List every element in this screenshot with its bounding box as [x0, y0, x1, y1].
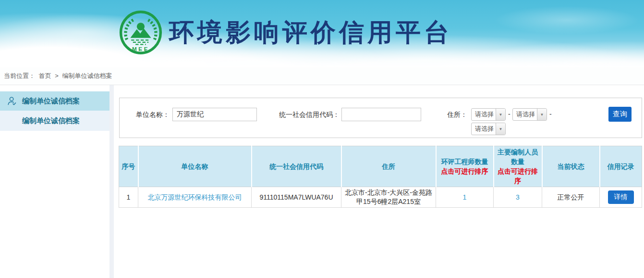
- mee-logo: MEE: [119, 10, 162, 55]
- staff-count-link[interactable]: 3: [516, 193, 520, 201]
- query-button[interactable]: 查询: [608, 107, 632, 122]
- col-staff-count[interactable]: 主要编制人员数量 点击可进行排序: [494, 146, 542, 187]
- sort-hint-engineers[interactable]: 点击可进行排序: [437, 166, 492, 176]
- svg-text:MEE: MEE: [132, 46, 149, 52]
- table-header-row: 序号 单位名称 统一社会信用代码 住所 环评工程师数量 点击可进行排序 主要编制…: [119, 146, 642, 187]
- breadcrumb: 当前位置： 首页 > 编制单位诚信档案: [0, 67, 644, 85]
- unit-name-label: 单位名称：: [126, 108, 170, 121]
- sort-hint-staff[interactable]: 点击可进行排序: [495, 166, 541, 186]
- address-label: 住所：: [433, 108, 467, 121]
- chevron-down-icon[interactable]: ▼: [496, 123, 505, 135]
- sidebar-item-label: 编制单位诚信档案: [22, 97, 80, 106]
- sidebar-item-credit-archive-parent[interactable]: 编制单位诚信档案: [0, 91, 109, 111]
- col-engineer-count-label: 环评工程师数量: [441, 158, 488, 165]
- credit-code-label: 统一社会信用代码：: [262, 108, 340, 121]
- page: MEE 环境影响评价信用平台 当前位置： 首页 > 编制单位诚信档案 编制单位诚…: [0, 0, 644, 278]
- user-check-icon: [7, 96, 17, 106]
- chevron-down-icon[interactable]: ▼: [496, 109, 505, 120]
- province-select[interactable]: 请选择 ▼: [471, 108, 506, 121]
- site-banner: MEE 环境影响评价信用平台: [0, 0, 644, 67]
- city-select-value: 请选择: [513, 109, 537, 120]
- col-company: 单位名称: [138, 146, 252, 187]
- dash-separator: -: [508, 110, 510, 118]
- engineer-count-link[interactable]: 1: [463, 193, 467, 201]
- dash-separator: -: [549, 110, 552, 118]
- cell-credit-code: 91110115MA7LWUA76U: [252, 187, 341, 208]
- district-select-value: 请选择: [472, 123, 496, 135]
- page-title: 环境影响评价信用平台: [169, 17, 452, 47]
- col-credit-record: 信用记录: [600, 146, 642, 187]
- col-staff-count-label: 主要编制人员数量: [498, 148, 538, 165]
- search-panel: 单位名称： 统一社会信用代码： 住所： 请选择 ▼ - 请选择 ▼ - 请选择 …: [119, 98, 642, 138]
- sidebar-item-credit-archive[interactable]: 编制单位诚信档案: [0, 111, 109, 131]
- cell-index: 1: [119, 187, 138, 208]
- city-select[interactable]: 请选择 ▼: [512, 108, 547, 121]
- cell-status: 正常公开: [542, 187, 600, 208]
- breadcrumb-current: 编制单位诚信档案: [62, 72, 112, 79]
- province-select-value: 请选择: [472, 109, 496, 120]
- col-address: 住所: [341, 146, 436, 187]
- credit-code-input[interactable]: [341, 108, 421, 121]
- col-credit-code: 统一社会信用代码: [252, 146, 341, 187]
- district-select[interactable]: 请选择 ▼: [471, 123, 506, 135]
- breadcrumb-label: 当前位置：: [4, 72, 35, 79]
- col-status: 当前状态: [542, 146, 600, 187]
- mee-logo-icon: MEE: [119, 10, 162, 55]
- unit-name-input[interactable]: [172, 108, 257, 121]
- sidebar-item-label: 编制单位诚信档案: [22, 116, 80, 126]
- col-engineer-count[interactable]: 环评工程师数量 点击可进行排序: [436, 146, 494, 187]
- chevron-down-icon[interactable]: ▼: [537, 109, 547, 120]
- breadcrumb-separator: >: [55, 72, 59, 79]
- sidebar-divider: [109, 85, 114, 278]
- breadcrumb-home-link[interactable]: 首页: [39, 72, 51, 79]
- result-table: 序号 单位名称 统一社会信用代码 住所 环评工程师数量 点击可进行排序 主要编制…: [119, 146, 642, 208]
- col-index: 序号: [119, 146, 138, 187]
- detail-button[interactable]: 详情: [608, 190, 634, 204]
- table-row: 1 北京万源世纪环保科技有限公司 91110115MA7LWUA76U 北京市-…: [119, 187, 642, 208]
- cell-address: 北京市-北京市-大兴区-金苑路甲15号6幢2层A215室: [341, 187, 436, 208]
- company-name-link[interactable]: 北京万源世纪环保科技有限公司: [148, 193, 242, 201]
